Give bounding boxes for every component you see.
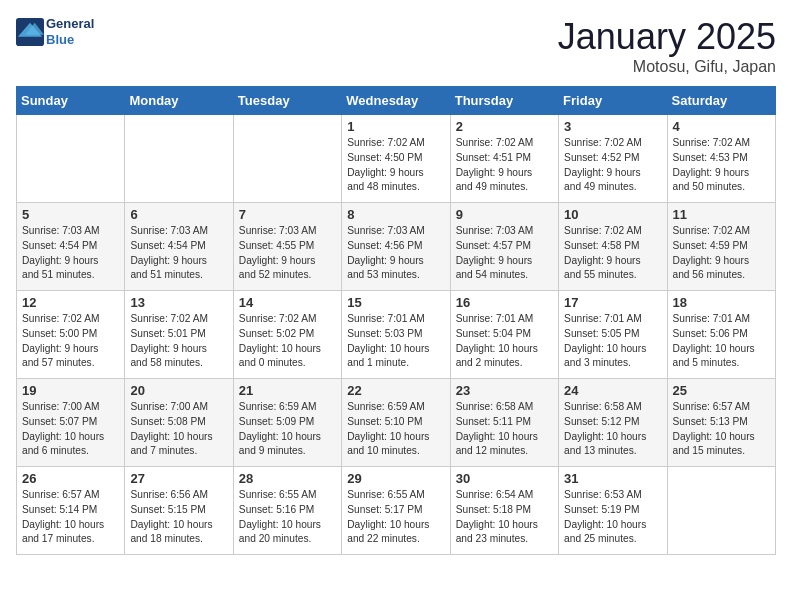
day-number: 5 (22, 207, 119, 222)
day-number: 6 (130, 207, 227, 222)
day-number: 11 (673, 207, 770, 222)
day-info: Sunrise: 6:55 AM Sunset: 5:17 PM Dayligh… (347, 488, 444, 547)
day-number: 15 (347, 295, 444, 310)
day-info: Sunrise: 7:03 AM Sunset: 4:57 PM Dayligh… (456, 224, 553, 283)
day-number: 21 (239, 383, 336, 398)
day-info: Sunrise: 7:02 AM Sunset: 4:50 PM Dayligh… (347, 136, 444, 195)
day-number: 20 (130, 383, 227, 398)
calendar-cell (125, 115, 233, 203)
day-info: Sunrise: 6:57 AM Sunset: 5:13 PM Dayligh… (673, 400, 770, 459)
month-title: January 2025 (558, 16, 776, 58)
title-block: January 2025 Motosu, Gifu, Japan (558, 16, 776, 76)
day-number: 9 (456, 207, 553, 222)
calendar-cell: 4Sunrise: 7:02 AM Sunset: 4:53 PM Daylig… (667, 115, 775, 203)
day-info: Sunrise: 7:02 AM Sunset: 5:01 PM Dayligh… (130, 312, 227, 371)
calendar-week-row: 12Sunrise: 7:02 AM Sunset: 5:00 PM Dayli… (17, 291, 776, 379)
day-number: 17 (564, 295, 661, 310)
calendar-cell: 13Sunrise: 7:02 AM Sunset: 5:01 PM Dayli… (125, 291, 233, 379)
day-info: Sunrise: 7:00 AM Sunset: 5:07 PM Dayligh… (22, 400, 119, 459)
location-subtitle: Motosu, Gifu, Japan (558, 58, 776, 76)
calendar-cell: 18Sunrise: 7:01 AM Sunset: 5:06 PM Dayli… (667, 291, 775, 379)
day-info: Sunrise: 7:02 AM Sunset: 4:59 PM Dayligh… (673, 224, 770, 283)
calendar-cell (17, 115, 125, 203)
day-info: Sunrise: 7:02 AM Sunset: 5:00 PM Dayligh… (22, 312, 119, 371)
day-info: Sunrise: 7:03 AM Sunset: 4:54 PM Dayligh… (22, 224, 119, 283)
calendar-table: SundayMondayTuesdayWednesdayThursdayFrid… (16, 86, 776, 555)
calendar-cell: 29Sunrise: 6:55 AM Sunset: 5:17 PM Dayli… (342, 467, 450, 555)
day-info: Sunrise: 7:03 AM Sunset: 4:55 PM Dayligh… (239, 224, 336, 283)
calendar-cell: 10Sunrise: 7:02 AM Sunset: 4:58 PM Dayli… (559, 203, 667, 291)
day-number: 19 (22, 383, 119, 398)
calendar-cell: 22Sunrise: 6:59 AM Sunset: 5:10 PM Dayli… (342, 379, 450, 467)
header-thursday: Thursday (450, 87, 558, 115)
day-info: Sunrise: 7:01 AM Sunset: 5:05 PM Dayligh… (564, 312, 661, 371)
day-info: Sunrise: 7:02 AM Sunset: 4:53 PM Dayligh… (673, 136, 770, 195)
calendar-cell: 24Sunrise: 6:58 AM Sunset: 5:12 PM Dayli… (559, 379, 667, 467)
day-number: 25 (673, 383, 770, 398)
calendar-cell: 1Sunrise: 7:02 AM Sunset: 4:50 PM Daylig… (342, 115, 450, 203)
calendar-cell: 15Sunrise: 7:01 AM Sunset: 5:03 PM Dayli… (342, 291, 450, 379)
day-info: Sunrise: 7:02 AM Sunset: 4:52 PM Dayligh… (564, 136, 661, 195)
calendar-cell: 30Sunrise: 6:54 AM Sunset: 5:18 PM Dayli… (450, 467, 558, 555)
calendar-cell: 7Sunrise: 7:03 AM Sunset: 4:55 PM Daylig… (233, 203, 341, 291)
day-number: 10 (564, 207, 661, 222)
calendar-week-row: 5Sunrise: 7:03 AM Sunset: 4:54 PM Daylig… (17, 203, 776, 291)
day-info: Sunrise: 6:55 AM Sunset: 5:16 PM Dayligh… (239, 488, 336, 547)
day-info: Sunrise: 6:53 AM Sunset: 5:19 PM Dayligh… (564, 488, 661, 547)
calendar-week-row: 19Sunrise: 7:00 AM Sunset: 5:07 PM Dayli… (17, 379, 776, 467)
calendar-week-row: 1Sunrise: 7:02 AM Sunset: 4:50 PM Daylig… (17, 115, 776, 203)
header-monday: Monday (125, 87, 233, 115)
calendar-cell: 28Sunrise: 6:55 AM Sunset: 5:16 PM Dayli… (233, 467, 341, 555)
day-number: 31 (564, 471, 661, 486)
day-info: Sunrise: 6:58 AM Sunset: 5:12 PM Dayligh… (564, 400, 661, 459)
calendar-cell: 19Sunrise: 7:00 AM Sunset: 5:07 PM Dayli… (17, 379, 125, 467)
day-info: Sunrise: 7:02 AM Sunset: 4:51 PM Dayligh… (456, 136, 553, 195)
logo-icon (16, 18, 44, 46)
day-number: 29 (347, 471, 444, 486)
header-tuesday: Tuesday (233, 87, 341, 115)
day-number: 4 (673, 119, 770, 134)
day-info: Sunrise: 7:03 AM Sunset: 4:54 PM Dayligh… (130, 224, 227, 283)
day-info: Sunrise: 7:01 AM Sunset: 5:06 PM Dayligh… (673, 312, 770, 371)
day-number: 2 (456, 119, 553, 134)
calendar-cell (667, 467, 775, 555)
day-number: 16 (456, 295, 553, 310)
day-number: 28 (239, 471, 336, 486)
calendar-cell: 6Sunrise: 7:03 AM Sunset: 4:54 PM Daylig… (125, 203, 233, 291)
calendar-cell: 12Sunrise: 7:02 AM Sunset: 5:00 PM Dayli… (17, 291, 125, 379)
calendar-week-row: 26Sunrise: 6:57 AM Sunset: 5:14 PM Dayli… (17, 467, 776, 555)
day-info: Sunrise: 6:59 AM Sunset: 5:09 PM Dayligh… (239, 400, 336, 459)
calendar-cell: 3Sunrise: 7:02 AM Sunset: 4:52 PM Daylig… (559, 115, 667, 203)
day-info: Sunrise: 7:03 AM Sunset: 4:56 PM Dayligh… (347, 224, 444, 283)
calendar-cell: 31Sunrise: 6:53 AM Sunset: 5:19 PM Dayli… (559, 467, 667, 555)
day-info: Sunrise: 6:58 AM Sunset: 5:11 PM Dayligh… (456, 400, 553, 459)
day-number: 1 (347, 119, 444, 134)
calendar-cell: 8Sunrise: 7:03 AM Sunset: 4:56 PM Daylig… (342, 203, 450, 291)
day-number: 14 (239, 295, 336, 310)
day-info: Sunrise: 7:02 AM Sunset: 5:02 PM Dayligh… (239, 312, 336, 371)
page-header: General Blue January 2025 Motosu, Gifu, … (16, 16, 776, 76)
calendar-cell (233, 115, 341, 203)
day-number: 27 (130, 471, 227, 486)
header-saturday: Saturday (667, 87, 775, 115)
day-number: 23 (456, 383, 553, 398)
day-number: 3 (564, 119, 661, 134)
day-info: Sunrise: 7:01 AM Sunset: 5:03 PM Dayligh… (347, 312, 444, 371)
day-number: 24 (564, 383, 661, 398)
header-wednesday: Wednesday (342, 87, 450, 115)
calendar-cell: 21Sunrise: 6:59 AM Sunset: 5:09 PM Dayli… (233, 379, 341, 467)
day-number: 12 (22, 295, 119, 310)
day-number: 26 (22, 471, 119, 486)
calendar-cell: 16Sunrise: 7:01 AM Sunset: 5:04 PM Dayli… (450, 291, 558, 379)
day-info: Sunrise: 6:59 AM Sunset: 5:10 PM Dayligh… (347, 400, 444, 459)
day-info: Sunrise: 6:57 AM Sunset: 5:14 PM Dayligh… (22, 488, 119, 547)
calendar-cell: 17Sunrise: 7:01 AM Sunset: 5:05 PM Dayli… (559, 291, 667, 379)
day-number: 8 (347, 207, 444, 222)
calendar-header-row: SundayMondayTuesdayWednesdayThursdayFrid… (17, 87, 776, 115)
calendar-cell: 5Sunrise: 7:03 AM Sunset: 4:54 PM Daylig… (17, 203, 125, 291)
calendar-cell: 9Sunrise: 7:03 AM Sunset: 4:57 PM Daylig… (450, 203, 558, 291)
logo-text: General Blue (46, 16, 94, 47)
day-info: Sunrise: 7:00 AM Sunset: 5:08 PM Dayligh… (130, 400, 227, 459)
calendar-cell: 20Sunrise: 7:00 AM Sunset: 5:08 PM Dayli… (125, 379, 233, 467)
calendar-cell: 27Sunrise: 6:56 AM Sunset: 5:15 PM Dayli… (125, 467, 233, 555)
